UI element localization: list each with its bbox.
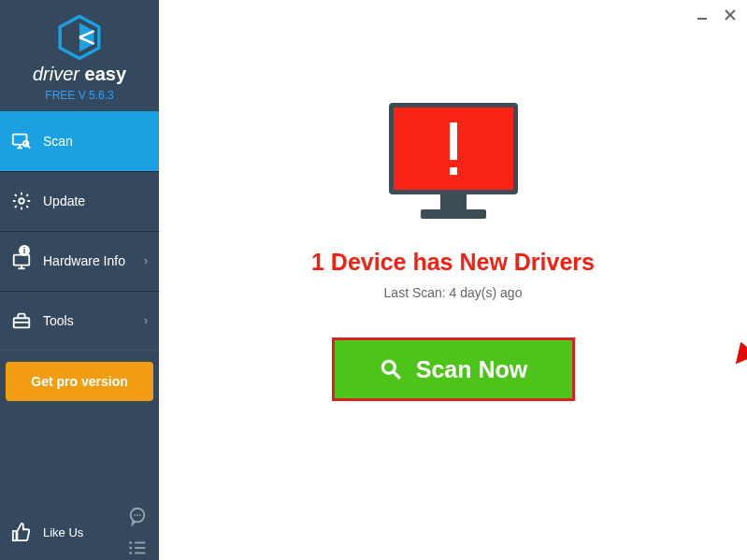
svg-point-8 bbox=[19, 198, 24, 204]
svg-point-20 bbox=[129, 547, 132, 550]
svg-point-28 bbox=[382, 361, 395, 373]
svg-rect-9 bbox=[14, 255, 30, 266]
last-scan-label: Last Scan: 4 day(s) ago bbox=[384, 285, 523, 300]
sidebar-item-tools[interactable]: Tools › bbox=[0, 291, 159, 351]
toolbox-icon bbox=[11, 310, 32, 331]
brand-name: driver easy bbox=[33, 64, 126, 85]
sidebar-item-hardware-info[interactable]: i Hardware Info › bbox=[0, 231, 159, 291]
spacer bbox=[0, 401, 159, 504]
logo-icon bbox=[55, 13, 104, 62]
svg-rect-3 bbox=[13, 134, 27, 144]
gear-icon bbox=[11, 191, 32, 211]
sidebar-item-label: Scan bbox=[43, 134, 73, 149]
minimize-button[interactable] bbox=[695, 7, 710, 22]
sidebar: driver easy FREE V 5.6.3 Scan Update i H… bbox=[0, 0, 159, 560]
scan-now-button[interactable]: Scan Now bbox=[332, 337, 575, 401]
svg-point-16 bbox=[134, 514, 136, 516]
logo-block: driver easy FREE V 5.6.3 bbox=[0, 0, 159, 111]
pc-badge-icon: i bbox=[11, 251, 32, 271]
get-pro-button[interactable]: Get pro version bbox=[6, 362, 153, 401]
list-icon[interactable] bbox=[127, 538, 148, 558]
svg-point-17 bbox=[136, 514, 138, 516]
monitor-alert-icon bbox=[389, 103, 518, 223]
close-button[interactable] bbox=[723, 7, 738, 22]
svg-line-7 bbox=[28, 146, 30, 148]
feedback-icon[interactable] bbox=[127, 506, 148, 526]
svg-line-29 bbox=[394, 372, 400, 379]
search-icon bbox=[379, 357, 403, 381]
sidebar-item-label: Update bbox=[43, 194, 85, 208]
svg-rect-14 bbox=[13, 531, 17, 540]
get-pro-label: Get pro version bbox=[31, 374, 127, 389]
scan-now-label: Scan Now bbox=[416, 356, 527, 383]
like-us-label[interactable]: Like Us bbox=[43, 525, 83, 539]
window-controls bbox=[695, 7, 738, 22]
chevron-right-icon: › bbox=[144, 254, 148, 267]
sidebar-item-scan[interactable]: Scan bbox=[0, 111, 159, 171]
annotation-arrow bbox=[580, 213, 747, 372]
version-label: FREE V 5.6.3 bbox=[45, 89, 113, 102]
sidebar-item-label: Tools bbox=[43, 313, 74, 328]
sidebar-item-update[interactable]: Update bbox=[0, 171, 159, 231]
sidebar-item-label: Hardware Info bbox=[43, 253, 125, 268]
info-badge-icon: i bbox=[19, 245, 30, 256]
monitor-search-icon bbox=[11, 131, 32, 151]
svg-point-19 bbox=[129, 541, 132, 544]
svg-point-18 bbox=[139, 514, 141, 516]
main-panel: 1 Device has New Drivers Last Scan: 4 da… bbox=[159, 0, 747, 560]
status-heading: 1 Device has New Drivers bbox=[311, 249, 595, 276]
sidebar-footer: Like Us bbox=[0, 504, 159, 560]
thumbs-up-icon[interactable] bbox=[11, 522, 32, 542]
exclamation-icon bbox=[446, 122, 461, 175]
chevron-right-icon: › bbox=[144, 314, 148, 327]
svg-point-21 bbox=[129, 552, 132, 554]
